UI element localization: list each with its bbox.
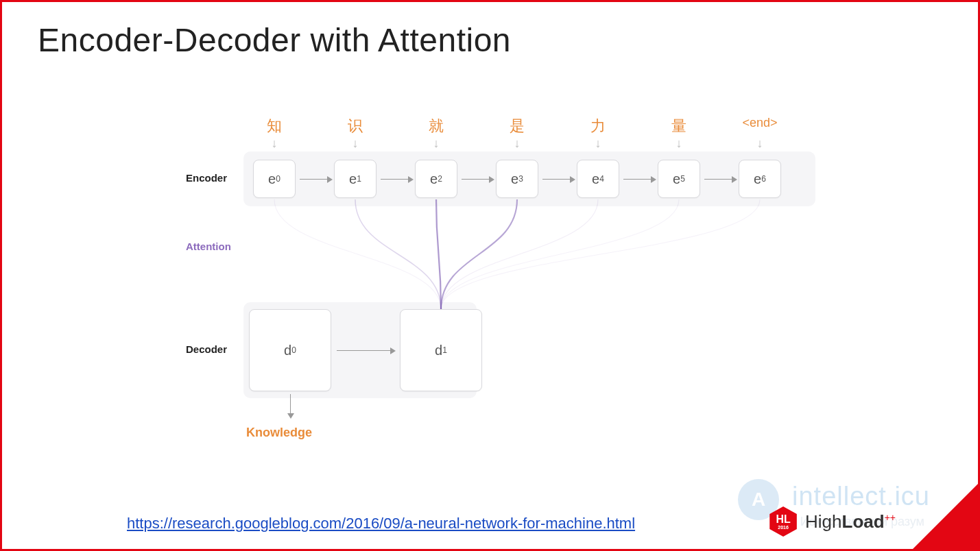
input-token: 量 — [658, 116, 700, 136]
slide-title: Encoder-Decoder with Attention — [2, 2, 978, 59]
decoder-label: Decoder — [186, 343, 227, 355]
arrow-down-icon: ↓ — [739, 136, 780, 151]
logo-hex-year: 2016 — [778, 525, 789, 530]
input-token: 是 — [497, 116, 538, 136]
arrow-down-icon: ↓ — [335, 136, 376, 151]
encoder-decoder-diagram: Encoder Attention Decoder Knowledge 知↓e0… — [172, 103, 824, 467]
decoder-cell: d0 — [249, 309, 331, 391]
logo-text: HighLoad++ — [805, 511, 896, 532]
input-token: 识 — [335, 116, 376, 136]
output-knowledge-label: Knowledge — [246, 426, 312, 440]
arrow-right-icon — [381, 179, 409, 180]
encoder-cell: e4 — [577, 160, 619, 198]
arrow-right-icon — [704, 179, 733, 180]
source-link[interactable]: https://research.googleblog.com/2016/09/… — [127, 515, 635, 532]
arrow-down-icon: ↓ — [497, 136, 538, 151]
encoder-cell: e0 — [253, 160, 296, 198]
encoder-cell: e6 — [739, 160, 781, 198]
encoder-cell: e1 — [334, 160, 377, 198]
corner-accent-icon — [913, 484, 978, 549]
encoder-cell: e2 — [415, 160, 457, 198]
encoder-cell: e5 — [658, 160, 700, 198]
logo-hex-text: HL — [776, 514, 790, 525]
input-token: 知 — [254, 116, 295, 136]
arrow-down-icon: ↓ — [416, 136, 457, 151]
arrow-right-icon — [623, 179, 652, 180]
logo-text-suffix: ++ — [885, 512, 896, 523]
encoder-label: Encoder — [186, 172, 227, 184]
input-token: 就 — [416, 116, 457, 136]
logo-hex-icon: HL 2016 — [768, 506, 798, 537]
input-token: 力 — [577, 116, 619, 136]
arrow-down-icon: ↓ — [254, 136, 295, 151]
arrow-right-icon — [337, 350, 392, 351]
encoder-cell: e3 — [496, 160, 538, 198]
arrow-down-icon: ↓ — [658, 136, 700, 151]
arrow-right-icon — [462, 179, 490, 180]
arrow-right-icon — [542, 179, 571, 180]
arrow-right-icon — [300, 179, 328, 180]
slide: Encoder-Decoder with Attention Encoder A… — [0, 0, 980, 551]
attention-label: Attention — [186, 241, 231, 252]
input-token: <end> — [739, 116, 780, 130]
decoder-cell: d1 — [400, 309, 482, 391]
arrow-down-icon: ↓ — [577, 136, 619, 151]
arrow-down-icon — [290, 394, 291, 415]
conference-logo: HL 2016 HighLoad++ — [768, 506, 896, 537]
logo-text-bold: Load — [842, 511, 885, 532]
logo-text-light: High — [805, 511, 841, 532]
